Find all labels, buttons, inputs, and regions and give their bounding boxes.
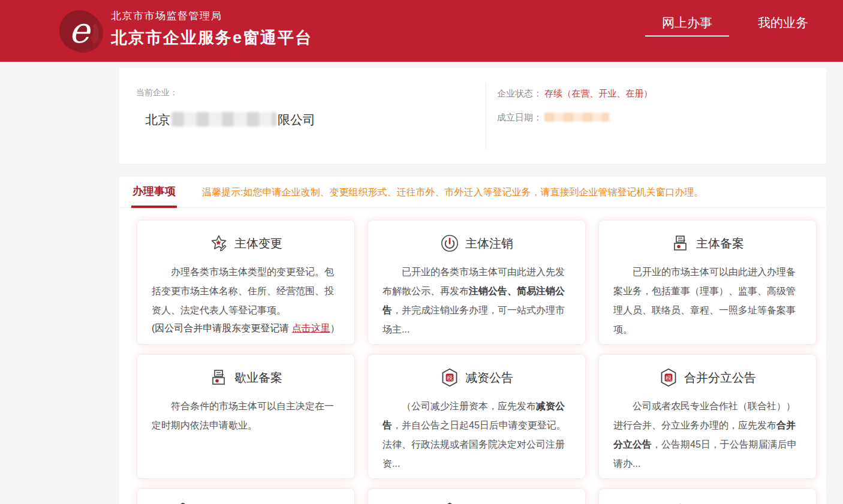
agency-name: 北京市市场监督管理局	[111, 9, 312, 23]
body-text: ）	[330, 323, 340, 333]
card-paragraph: 告，并自公告之日起45日后申请变更登记。法律、行政法规或者国务院决定对公司注册资…	[383, 416, 571, 473]
card-title: 主体变更	[234, 236, 282, 252]
page-title: 北京市企业服务e窗通平台	[111, 27, 312, 49]
company-name-prefix: 北京	[145, 113, 170, 126]
service-card-5[interactable]: 税 减资公告 （公司减少注册资本，应先发布减资公告，并自公告之日起45日后申请变…	[368, 354, 586, 479]
services-panel: 办理事项 温馨提示:如您申请企业改制、变更组织形式、迁往市外、市外迁入等登记业务…	[119, 177, 826, 504]
click-here-link[interactable]: 点击这里	[292, 323, 330, 333]
card-note-line: (因公司合并申请股东变更登记请 点击这里）	[152, 320, 340, 336]
card-header: 员工登记	[613, 500, 802, 504]
service-card-9[interactable]: 员工登记	[598, 488, 817, 504]
card-paragraph: 符合条件的市场主体可以自主决定在一定时期内依法申请歇业。	[152, 397, 340, 435]
service-card-3[interactable]: 主体备案 已开业的市场主体可以由此进入办理备案业务，包括董事（理事）、监事、高级…	[598, 220, 817, 345]
card-description: 已开业的市场主体可以由此进入办理备案业务，包括董事（理事）、监事、高级管理人员、…	[613, 262, 802, 339]
card-paragraph: 公司或者农民专业合作社（联合社））进行合并、分立业务办理的，应先发布合并分立公告…	[613, 397, 802, 473]
card-title: 主体备案	[696, 236, 744, 252]
status-label: 企业状态：	[497, 88, 542, 98]
card-header: 主体备案	[613, 231, 802, 255]
stamp-icon	[671, 234, 690, 253]
card-header: 税 营业执照作废声明公告	[152, 500, 340, 504]
header-titles: 北京市市场监督管理局 北京市企业服务e窗通平台	[111, 9, 312, 49]
vertical-divider	[486, 83, 486, 150]
card-description: 公司或者农民专业合作社（联合社））进行合并、分立业务办理的，应先发布合并分立公告…	[613, 397, 802, 473]
body-text: 办理各类市场主体类型的变更登记。包括变更市场主体名称、住所、经营范围、投资人、法…	[152, 267, 334, 315]
card-description: 已开业的各类市场主体可由此进入先发布解散公示、再发布注销公告、简易注销公告，并完…	[383, 262, 571, 339]
founded-row: 成立日期：	[497, 112, 652, 123]
header-nav: 网上办事 我的业务	[633, 0, 825, 62]
service-card-8[interactable]: 税 涉税事项	[368, 488, 586, 504]
card-paragraph: 已开业的各类市场主体可由此进入先发布解散公示、再发布注销公告、简易注销公告，并完…	[383, 262, 571, 339]
company-name-redacted	[171, 112, 276, 126]
svg-text:e: e	[69, 10, 92, 51]
card-header: 税 减资公告	[383, 366, 571, 390]
card-title: 合并分立公告	[684, 370, 756, 386]
tax-hexagon-icon: 税	[659, 368, 678, 387]
tab-handle-matters[interactable]: 办理事项	[131, 184, 177, 208]
card-header: 主体变更	[152, 231, 340, 255]
body-text: ，并自公告之日起45日后申请变更登记。法律、行政法规或者国务院决定对公司注册资.…	[383, 420, 566, 469]
card-paragraph: 已开业的市场主体可以由此进入办理备案业务，包括董事（理事）、监事、高级管理人员、…	[613, 262, 802, 339]
emphasized-text: 减资公	[536, 401, 565, 411]
star-pencil-icon	[209, 234, 228, 253]
warm-notice-text: 温馨提示:如您申请企业改制、变更组织形式、迁往市外、市外迁入等登记业务，请直接到…	[202, 186, 703, 207]
status-row: 企业状态： 存续（在营、开业、在册）	[497, 88, 652, 99]
nav-tab-my-business[interactable]: 我的业务	[741, 0, 825, 62]
body-text: ，并完成注销业务办理，可一站式办理市场主...	[383, 305, 565, 334]
card-header: 主体注销	[383, 231, 571, 255]
card-paragraph: 办理各类市场主体类型的变更登记。包括变更市场主体名称、住所、经营范围、投资人、法…	[152, 262, 340, 320]
tax-hexagon-icon: 税	[440, 368, 459, 387]
card-paragraph: （公司减少注册资本，应先发布减资公	[383, 397, 571, 416]
service-card-4[interactable]: 歇业备案 符合条件的市场主体可以自主决定在一定时期内依法申请歇业。	[137, 354, 355, 479]
company-name-suffix: 限公司	[278, 113, 315, 126]
service-card-1[interactable]: 主体变更 办理各类市场主体类型的变更登记。包括变更市场主体名称、住所、经营范围、…	[137, 220, 355, 345]
card-description: 符合条件的市场主体可以自主决定在一定时期内依法申请歇业。	[152, 397, 340, 435]
card-header: 歇业备案	[152, 366, 340, 390]
card-title: 减资公告	[465, 370, 513, 386]
card-description: （公司减少注册资本，应先发布减资公告，并自公告之日起45日后申请变更登记。法律、…	[383, 397, 571, 473]
svg-text:税: 税	[447, 375, 453, 381]
company-name: 北京限公司	[145, 111, 315, 128]
status-value: 存续（在营、开业、在册）	[544, 88, 652, 98]
service-card-7[interactable]: 税 营业执照作废声明公告	[137, 488, 355, 504]
card-description: 办理各类市场主体类型的变更登记。包括变更市场主体名称、住所、经营范围、投资人、法…	[152, 262, 340, 336]
power-icon	[440, 234, 459, 253]
enterprise-status-block: 企业状态： 存续（在营、开业、在册） 成立日期：	[497, 88, 652, 136]
card-header: 税 涉税事项	[383, 500, 571, 504]
card-title: 主体注销	[465, 236, 513, 252]
services-tabbar: 办理事项 温馨提示:如您申请企业改制、变更组织形式、迁往市外、市外迁入等登记业务…	[119, 177, 826, 208]
card-title: 歇业备案	[234, 370, 282, 386]
founded-date-redacted	[544, 113, 609, 122]
emphasized-text: 告	[383, 420, 392, 430]
service-card-2[interactable]: 主体注销 已开业的各类市场主体可由此进入先发布解散公示、再发布注销公告、简易注销…	[368, 220, 586, 345]
card-header: 税 合并分立公告	[613, 366, 802, 390]
ewindow-logo-icon: e	[56, 6, 106, 56]
nav-tab-online-services[interactable]: 网上办事	[645, 0, 729, 62]
svg-text:税: 税	[666, 375, 672, 381]
body-text: 已开业的市场主体可以由此进入办理备案业务，包括董事（理事）、监事、高级管理人员、…	[613, 267, 796, 334]
body-text: 公司或者农民专业合作社（联合社））进行合并、分立业务办理的，应先发布	[613, 401, 796, 430]
body-text: （公司减少注册资本，应先发布	[402, 401, 536, 411]
app-header: e 北京市市场监督管理局 北京市企业服务e窗通平台 网上办事 我的业务	[0, 0, 843, 62]
body-text: (因公司合并申请股东变更登记请	[152, 323, 292, 333]
body-text: 符合条件的市场主体可以自主决定在一定时期内依法申请歇业。	[152, 401, 334, 430]
current-enterprise-label: 当前企业：	[136, 87, 178, 98]
founded-label: 成立日期：	[497, 112, 542, 122]
service-cards-grid: 主体变更 办理各类市场主体类型的变更登记。包括变更市场主体名称、住所、经营范围、…	[119, 208, 826, 504]
enterprise-info-panel: 当前企业： 北京限公司 企业状态： 存续（在营、开业、在册） 成立日期：	[119, 68, 826, 164]
stamp-icon	[209, 368, 228, 387]
service-card-6[interactable]: 税 合并分立公告 公司或者农民专业合作社（联合社））进行合并、分立业务办理的，应…	[598, 354, 817, 479]
